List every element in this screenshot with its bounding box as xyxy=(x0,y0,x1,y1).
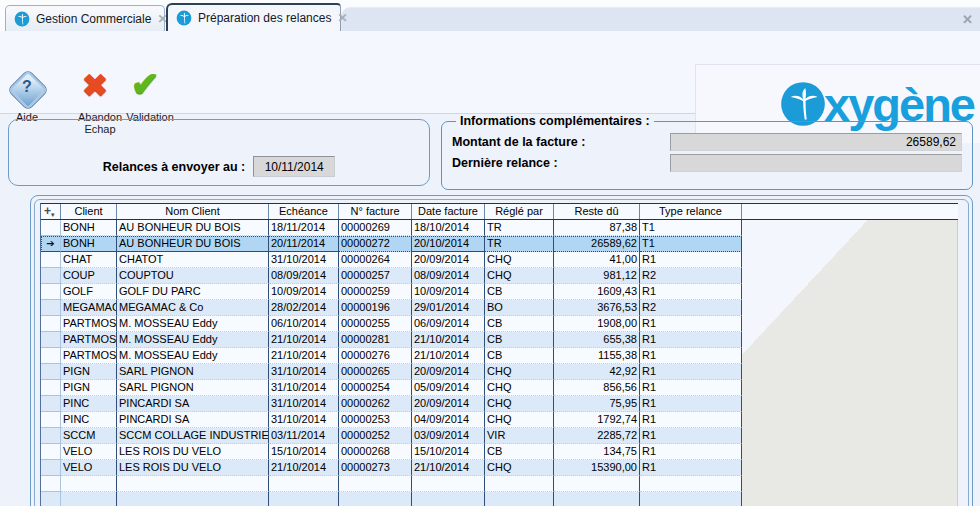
cell-nom_client[interactable]: LES ROIS DU VELO xyxy=(117,444,269,460)
cell-type_relance[interactable]: R1 xyxy=(640,284,742,300)
cell-date_facture[interactable]: 06/09/2014 xyxy=(412,316,485,332)
cell-n_facture[interactable]: 00000262 xyxy=(339,396,412,412)
grid-corner-sort-icon[interactable]: +▾ xyxy=(41,204,61,219)
cell-client[interactable]: VELO xyxy=(61,460,117,476)
cell-date_facture[interactable]: 21/10/2014 xyxy=(412,460,485,476)
cell-echeance[interactable]: 10/09/2014 xyxy=(269,284,339,300)
cell-regle_par[interactable]: TR xyxy=(485,220,554,236)
column-header-reste_du[interactable]: Reste dû xyxy=(554,204,640,219)
cell-client[interactable]: PIGN xyxy=(61,380,117,396)
tab-gestion-commerciale[interactable]: Gestion Commerciale ✕ xyxy=(5,5,165,31)
column-header-nom_client[interactable]: Nom Client xyxy=(117,204,269,219)
cell-nom_client[interactable]: M. MOSSEAU Eddy xyxy=(117,348,269,364)
cell-nom_client[interactable]: AU BONHEUR DU BOIS xyxy=(117,236,269,252)
cell-n_facture[interactable]: 00000252 xyxy=(339,428,412,444)
table-row[interactable]: COUPCOUPTOU08/09/20140000025708/09/2014C… xyxy=(41,268,742,284)
cell-n_facture[interactable]: 00000273 xyxy=(339,460,412,476)
cell-reste_du[interactable]: 134,75 xyxy=(554,444,640,460)
cell-n_facture[interactable]: 00000254 xyxy=(339,380,412,396)
cell-type_relance[interactable]: R1 xyxy=(640,348,742,364)
help-button[interactable]: ? xyxy=(11,73,43,105)
table-row[interactable]: BONHAU BONHEUR DU BOIS18/11/201400000269… xyxy=(41,220,742,236)
cell-n_facture[interactable]: 00000272 xyxy=(339,236,412,252)
cell-regle_par[interactable]: CB xyxy=(485,348,554,364)
cell-echeance[interactable]: 03/11/2014 xyxy=(269,428,339,444)
cell-echeance[interactable]: 31/10/2014 xyxy=(269,380,339,396)
cell-date_facture[interactable]: 21/10/2014 xyxy=(412,332,485,348)
cell-regle_par[interactable]: CHQ xyxy=(485,268,554,284)
cell-nom_client[interactable]: LES ROIS DU VELO xyxy=(117,460,269,476)
cell-date_facture[interactable]: 29/01/2014 xyxy=(412,300,485,316)
cell-nom_client[interactable]: CHATOT xyxy=(117,252,269,268)
cell-date_facture[interactable]: 20/09/2014 xyxy=(412,396,485,412)
cell-type_relance[interactable]: R1 xyxy=(640,412,742,428)
cell-n_facture[interactable]: 00000265 xyxy=(339,364,412,380)
cell-regle_par[interactable]: CHQ xyxy=(485,460,554,476)
table-row[interactable]: ➔BONHAU BONHEUR DU BOIS20/11/20140000027… xyxy=(41,236,742,252)
cell-client[interactable]: MEGAMAC xyxy=(61,300,117,316)
cell-n_facture[interactable]: 00000264 xyxy=(339,252,412,268)
cell-reste_du[interactable]: 42,92 xyxy=(554,364,640,380)
cell-type_relance[interactable]: T1 xyxy=(640,220,742,236)
cell-client[interactable]: SCCM xyxy=(61,428,117,444)
cell-nom_client[interactable]: PINCARDI SA xyxy=(117,412,269,428)
cell-nom_client[interactable]: SARL PIGNON xyxy=(117,380,269,396)
cell-reste_du[interactable]: 981,12 xyxy=(554,268,640,284)
cell-client[interactable]: GOLF xyxy=(61,284,117,300)
cell-regle_par[interactable]: BO xyxy=(485,300,554,316)
cell-type_relance[interactable]: R1 xyxy=(640,364,742,380)
cell-echeance[interactable]: 31/10/2014 xyxy=(269,252,339,268)
cell-type_relance[interactable]: T1 xyxy=(640,236,742,252)
abandon-button[interactable]: ✖ xyxy=(82,67,108,104)
cell-echeance[interactable]: 21/10/2014 xyxy=(269,332,339,348)
cell-echeance[interactable]: 06/10/2014 xyxy=(269,316,339,332)
cell-echeance[interactable]: 31/10/2014 xyxy=(269,412,339,428)
cell-type_relance[interactable]: R2 xyxy=(640,268,742,284)
cell-date_facture[interactable]: 20/09/2014 xyxy=(412,252,485,268)
cell-date_facture[interactable]: 10/09/2014 xyxy=(412,284,485,300)
table-row[interactable]: VELOLES ROIS DU VELO21/10/20140000027321… xyxy=(41,460,742,476)
cell-date_facture[interactable]: 18/10/2014 xyxy=(412,220,485,236)
cell-echeance[interactable]: 21/10/2014 xyxy=(269,460,339,476)
cell-n_facture[interactable]: 00000269 xyxy=(339,220,412,236)
cell-client[interactable]: BONH xyxy=(61,236,117,252)
cell-date_facture[interactable]: 08/09/2014 xyxy=(412,268,485,284)
cell-n_facture[interactable]: 00000276 xyxy=(339,348,412,364)
cell-n_facture[interactable]: 00000253 xyxy=(339,412,412,428)
cell-client[interactable]: PARTMOS xyxy=(61,332,117,348)
cell-regle_par[interactable]: CB xyxy=(485,332,554,348)
table-row[interactable]: GOLFGOLF DU PARC10/09/20140000025910/09/… xyxy=(41,284,742,300)
cell-reste_du[interactable]: 1792,74 xyxy=(554,412,640,428)
cell-date_facture[interactable]: 15/10/2014 xyxy=(412,444,485,460)
cell-reste_du[interactable]: 1609,43 xyxy=(554,284,640,300)
cell-reste_du[interactable]: 87,38 xyxy=(554,220,640,236)
cell-client[interactable]: PIGN xyxy=(61,364,117,380)
table-row[interactable]: PIGNSARL PIGNON31/10/20140000026520/09/2… xyxy=(41,364,742,380)
cell-reste_du[interactable]: 3676,53 xyxy=(554,300,640,316)
cell-type_relance[interactable]: R1 xyxy=(640,428,742,444)
validation-button[interactable]: ✔ xyxy=(131,64,160,104)
cell-regle_par[interactable]: TR xyxy=(485,236,554,252)
table-row[interactable]: PINCPINCARDI SA31/10/20140000026220/09/2… xyxy=(41,396,742,412)
cell-type_relance[interactable]: R1 xyxy=(640,380,742,396)
cell-reste_du[interactable]: 655,38 xyxy=(554,332,640,348)
table-row[interactable]: MEGAMACMEGAMAC & Co28/02/20140000019629/… xyxy=(41,300,742,316)
cell-regle_par[interactable]: CB xyxy=(485,316,554,332)
cell-nom_client[interactable]: PINCARDI SA xyxy=(117,396,269,412)
cell-n_facture[interactable]: 00000268 xyxy=(339,444,412,460)
cell-client[interactable]: COUP xyxy=(61,268,117,284)
cell-type_relance[interactable]: R1 xyxy=(640,252,742,268)
column-header-date_facture[interactable]: Date facture xyxy=(412,204,485,219)
cell-reste_du[interactable]: 1908,00 xyxy=(554,316,640,332)
cell-reste_du[interactable]: 41,00 xyxy=(554,252,640,268)
cell-type_relance[interactable]: R1 xyxy=(640,316,742,332)
cell-date_facture[interactable]: 21/10/2014 xyxy=(412,348,485,364)
table-row[interactable]: PARTMOSM. MOSSEAU Eddy21/10/201400000276… xyxy=(41,348,742,364)
cell-type_relance[interactable]: R1 xyxy=(640,444,742,460)
table-row[interactable]: PIGNSARL PIGNON31/10/20140000025405/09/2… xyxy=(41,380,742,396)
cell-nom_client[interactable]: GOLF DU PARC xyxy=(117,284,269,300)
cell-reste_du[interactable]: 856,56 xyxy=(554,380,640,396)
cell-reste_du[interactable]: 75,95 xyxy=(554,396,640,412)
cell-echeance[interactable]: 31/10/2014 xyxy=(269,364,339,380)
cell-client[interactable]: BONH xyxy=(61,220,117,236)
